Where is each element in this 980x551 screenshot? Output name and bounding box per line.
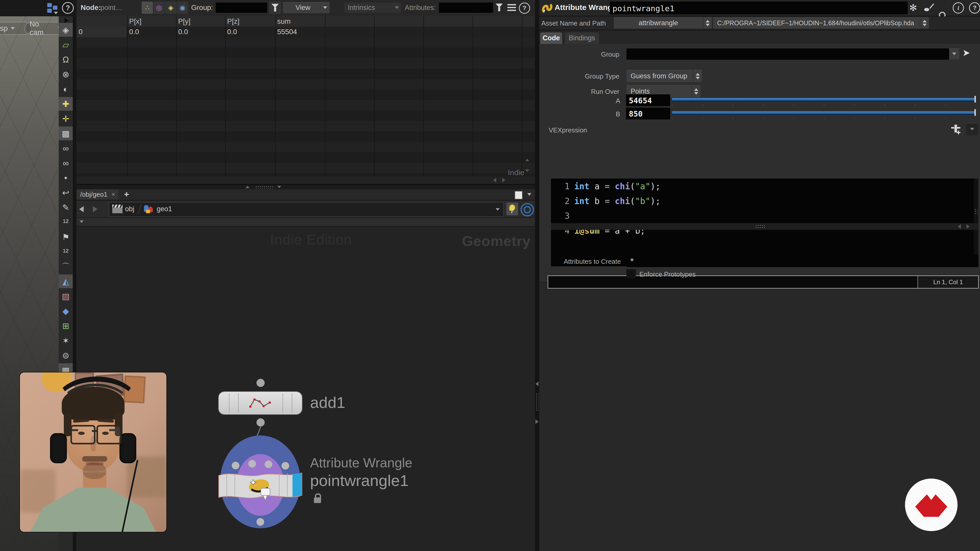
vex-search-input[interactable]	[548, 276, 918, 288]
list-options-icon[interactable]	[508, 4, 516, 11]
vsplitter-grip[interactable]	[536, 393, 539, 411]
light-follow-icon[interactable]: ✛	[59, 112, 73, 125]
help-icon[interactable]: ?	[62, 2, 74, 14]
a-slider[interactable]	[672, 98, 975, 102]
spreadsheet-help-icon[interactable]: ?	[519, 3, 530, 14]
column-header[interactable]: P[z]	[227, 17, 239, 25]
b-slider[interactable]	[672, 111, 975, 115]
scroll-down-icon[interactable]	[525, 169, 529, 172]
enforce-prototypes-checkbox[interactable]	[627, 269, 636, 279]
material-disk-icon[interactable]: ◐	[59, 82, 73, 96]
group-input[interactable]	[627, 48, 949, 60]
webcam-overlay	[20, 372, 166, 532]
grid-display-icon[interactable]: ◆	[59, 304, 73, 318]
lighting-off-icon[interactable]: ⊗	[59, 67, 73, 81]
group-menu-button[interactable]	[949, 48, 959, 59]
funnel-filter-icon[interactable]	[269, 2, 281, 14]
vex-menu-button[interactable]	[966, 123, 978, 135]
hook-tool-icon[interactable]: ↩	[59, 186, 73, 200]
param-node-type: Attribute Wrangle	[555, 3, 619, 12]
pane-splitter-vertical[interactable]	[535, 0, 539, 551]
group-filter-label: Group:	[191, 3, 213, 12]
asset-name-dropdown[interactable]: attribwrangle	[614, 17, 712, 29]
splitter-grip[interactable]	[255, 186, 273, 189]
a-input[interactable]: 54654	[626, 94, 670, 106]
headphone-cup	[50, 433, 67, 463]
param-help-icon[interactable]: ?	[969, 2, 980, 14]
spreadsheet-hscrollbar[interactable]	[76, 176, 535, 184]
scroll-up-icon[interactable]	[525, 159, 529, 161]
geometry-spreadsheet: Node: point… ∴ ◎ ◈ ◉ Group: View Intrins…	[76, 0, 535, 189]
code-line[interactable]: int a = chi("a");	[574, 181, 660, 191]
table-row[interactable]: 00.00.00.055504	[76, 27, 535, 37]
tab-code[interactable]: Code	[540, 32, 562, 44]
node-pointwrangle1-label[interactable]: pointwrangle1	[310, 472, 409, 489]
intrinsics-dropdown[interactable]: Intrinsics	[344, 3, 401, 13]
stereo-display-icon[interactable]: ⊜	[59, 348, 73, 362]
spreadsheet-table[interactable]: P[x]P[y]P[z]sum 00.00.00.055504 Indie	[76, 16, 535, 176]
node-name-field[interactable]: pointwrangle1	[610, 2, 907, 14]
asset-path-dropdown[interactable]: C:/PROGRA~1/SIDEEF~1/HOUDIN~1.684/houdin…	[713, 17, 929, 29]
vex-hscrollbar[interactable]	[551, 223, 978, 230]
visualizers-icon[interactable]: ∞	[59, 141, 73, 155]
b-input[interactable]: 850	[626, 108, 670, 119]
node-add1-label[interactable]: add1	[310, 393, 345, 411]
vex-code-editor[interactable]: 1int a = chi("a");2int b = chi("b");34i@…	[551, 179, 974, 266]
row-index: 0	[79, 28, 83, 36]
spare-params-icon[interactable]: +	[950, 124, 961, 135]
annotate-pen-icon[interactable]: ✎	[59, 200, 73, 214]
attribs-create-input[interactable]: *	[627, 254, 978, 267]
group-filter-input[interactable]	[216, 3, 267, 13]
camera-menu[interactable]: No cam	[24, 22, 59, 35]
pane-splitter-horizontal[interactable]	[76, 184, 535, 190]
group-pick-arrow-icon[interactable]: ➤	[963, 48, 970, 58]
uv-checker-icon[interactable]: ▨	[59, 289, 73, 303]
cell-value[interactable]: 0.0	[227, 28, 237, 36]
particle-display-icon[interactable]: ✶	[59, 333, 73, 348]
code-line[interactable]: int b = chi("b");	[574, 196, 660, 206]
ladle-icon[interactable]	[924, 3, 933, 12]
points-icon[interactable]: ∴	[142, 2, 153, 14]
column-header[interactable]: P[x]	[129, 17, 142, 25]
detail-icon[interactable]: ◉	[177, 2, 188, 14]
group-type-dropdown[interactable]: Guess from Group	[627, 70, 702, 82]
column-header[interactable]: P[y]	[178, 17, 190, 25]
group-type-label: Group Type	[543, 73, 619, 80]
camera-lock-icon[interactable]: Ω	[59, 52, 73, 66]
intrinsics-label: Intrinsics	[344, 4, 395, 12]
primitives-icon[interactable]: ◈	[165, 2, 177, 14]
toolbar-expand-icon[interactable]	[65, 18, 68, 23]
cell-value[interactable]: 55504	[277, 28, 297, 36]
empty-row	[76, 110, 535, 121]
empty-row	[76, 37, 535, 48]
attributes-filter-input[interactable]	[439, 3, 493, 13]
node-add1[interactable]	[219, 392, 302, 414]
view-layout-icon[interactable]: ◈	[59, 23, 73, 37]
shaded-mode-icon[interactable]: ◭	[59, 275, 73, 288]
point-numbers-icon[interactable]: ¹²	[59, 215, 73, 229]
vex-vscrollbar[interactable]	[974, 179, 978, 266]
scroll-left-icon[interactable]	[493, 178, 496, 183]
headlight-icon[interactable]: ✚	[59, 97, 73, 111]
visualizer-play-icon[interactable]: ∞	[59, 156, 73, 170]
display-materials-icon[interactable]: ▩	[59, 127, 73, 140]
view-dropdown[interactable]: View	[283, 2, 330, 13]
cell-value[interactable]: 0.0	[129, 28, 139, 36]
lock-icon	[314, 493, 321, 503]
construction-plane-icon[interactable]: ▱	[59, 38, 73, 52]
info-icon[interactable]: i	[953, 2, 964, 14]
vertices-icon[interactable]: ◎	[153, 2, 165, 14]
tab-bindings[interactable]: Bindings	[565, 32, 599, 44]
point-display-icon[interactable]: •	[59, 171, 73, 185]
cell-value[interactable]: 0.0	[178, 28, 188, 36]
column-header[interactable]: sum	[277, 17, 291, 25]
scroll-right-icon[interactable]	[502, 178, 505, 183]
profile-curves-icon[interactable]: ⌒	[59, 260, 73, 273]
gear-icon[interactable]: ✻	[909, 3, 917, 13]
desktop-layout-icon[interactable]	[47, 3, 59, 14]
node-value[interactable]: point…	[100, 4, 123, 12]
run-over-label: Run Over	[543, 88, 619, 96]
prim-numbers-icon[interactable]: ¹²	[59, 245, 73, 259]
prim-normals-icon[interactable]: ⚑	[59, 230, 73, 244]
group-display-icon[interactable]: ⊞	[59, 319, 73, 333]
